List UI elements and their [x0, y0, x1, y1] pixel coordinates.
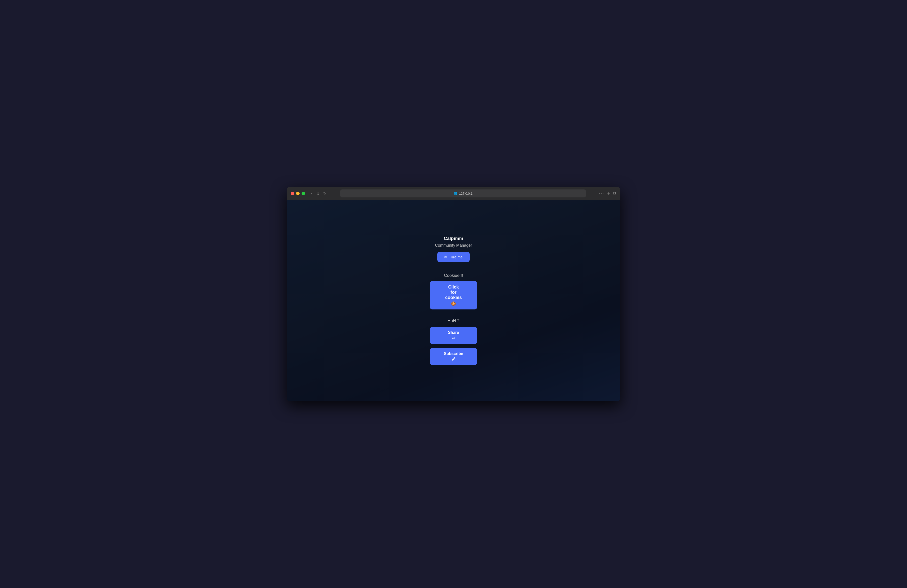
hire-label: Hire me	[450, 255, 463, 259]
minimize-button[interactable]	[296, 192, 300, 195]
address-text: 127.0.0.1	[459, 192, 473, 195]
subscribe-icon: 🖊	[452, 357, 455, 361]
tabs-button[interactable]: ⧉	[613, 191, 616, 196]
browser-titlebar: ‹ ⠿ ↻ 🌐 127.0.0.1 ··· + ⧉	[287, 187, 620, 200]
cookie-button[interactable]: Click for cookies 🍪	[430, 281, 477, 310]
subscribe-label: Subscribe	[444, 352, 463, 356]
globe-icon: 🌐	[454, 192, 457, 195]
traffic-lights	[291, 192, 305, 195]
actions-section-label: HuH ?	[447, 318, 460, 323]
nav-buttons: ‹ ⠿ ↻	[310, 190, 327, 197]
more-button[interactable]: ···	[599, 191, 604, 196]
grid-button[interactable]: ⠿	[315, 190, 320, 197]
maximize-button[interactable]	[301, 192, 305, 195]
hire-icon: ✉	[444, 255, 447, 259]
page-content: Calpimm Community Manager ✉ Hire me Cook…	[430, 236, 477, 365]
share-label: Share	[448, 330, 459, 335]
share-icon: ↩	[452, 336, 455, 340]
cookie-section-label: Cookiee!!!	[444, 273, 463, 278]
browser-window: ‹ ⠿ ↻ 🌐 127.0.0.1 ··· + ⧉ Calpimm Commun…	[287, 187, 620, 401]
profile-title: Community Manager	[435, 243, 472, 248]
new-tab-button[interactable]: +	[607, 191, 610, 197]
back-button[interactable]: ‹	[310, 190, 313, 197]
cookie-button-label: Click for cookies	[445, 284, 462, 300]
share-button[interactable]: Share ↩	[430, 327, 477, 344]
browser-content: Calpimm Community Manager ✉ Hire me Cook…	[287, 200, 620, 401]
address-bar[interactable]: 🌐 127.0.0.1	[340, 189, 586, 197]
refresh-button[interactable]: ↻	[322, 190, 327, 197]
cookie-icon: 🍪	[451, 301, 456, 306]
toolbar-right: + ⧉	[607, 191, 616, 197]
hire-button[interactable]: ✉ Hire me	[437, 252, 470, 262]
subscribe-button[interactable]: Subscribe 🖊	[430, 348, 477, 365]
close-button[interactable]	[291, 192, 294, 195]
profile-name: Calpimm	[444, 236, 463, 241]
